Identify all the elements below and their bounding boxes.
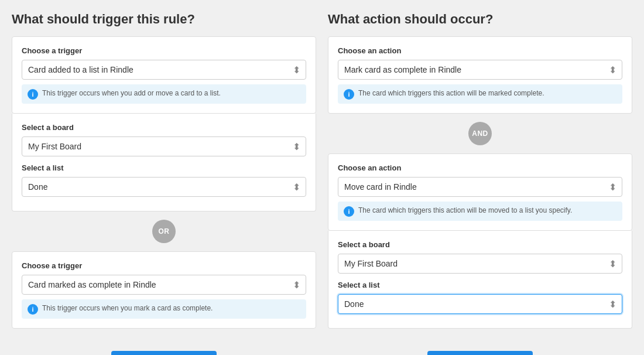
- right-list-section: Select a list Done In Progress To Do ⬍: [338, 281, 622, 314]
- trigger1-info-row: i This trigger occurs when you add or mo…: [22, 84, 306, 104]
- trigger1-board-card: Select a board My First Board ⬍ Select a…: [12, 114, 316, 211]
- right-board-select-wrapper: My First Board ⬍: [338, 254, 622, 274]
- trigger1-card: Choose a trigger Card added to a list in…: [12, 36, 316, 114]
- action1-select-wrapper: Mark card as complete in Rindle Move car…: [338, 60, 622, 80]
- action2-info-icon: i: [344, 206, 354, 217]
- action1-info-text: The card which triggers this action will…: [358, 88, 544, 98]
- trigger1-choose-label: Choose a trigger: [22, 46, 306, 55]
- right-board-section: Select a board My First Board ⬍: [338, 240, 622, 274]
- action1-choose-label: Choose an action: [338, 46, 622, 55]
- and-badge: AND: [468, 122, 492, 145]
- right-list-select-wrapper: Done In Progress To Do ⬍: [338, 294, 622, 314]
- trigger2-info-icon: i: [28, 304, 38, 315]
- action2-choose-label: Choose an action: [338, 163, 622, 172]
- trigger2-card: Choose a trigger Card added to a list in…: [12, 251, 316, 329]
- action2-select-wrapper: Mark card as complete in Rindle Move car…: [338, 177, 622, 197]
- trigger2-info-row: i This trigger occurs when you mark a ca…: [22, 299, 306, 319]
- action2-card: Choose an action Mark card as complete i…: [328, 153, 632, 231]
- action2-board-card: Select a board My First Board ⬍ Select a…: [328, 231, 632, 329]
- list-section: Select a list Done In Progress To Do ⬍: [22, 163, 306, 197]
- action2-select[interactable]: Mark card as complete in Rindle Move car…: [338, 177, 622, 197]
- action1-info-row: i The card which triggers this action wi…: [338, 84, 622, 104]
- action2-info-text: The card which triggers this action will…: [358, 206, 572, 216]
- trigger2-select[interactable]: Card added to a list in Rindle Card mark…: [22, 275, 306, 295]
- right-column: What action should occur? Choose an acti…: [328, 12, 632, 355]
- right-list-select[interactable]: Done In Progress To Do: [338, 294, 622, 314]
- right-board-select[interactable]: My First Board: [338, 254, 622, 274]
- or-badge: OR: [152, 220, 176, 243]
- left-column: What should trigger this rule? Choose a …: [12, 12, 316, 355]
- board-label: Select a board: [22, 123, 306, 132]
- action2-info-row: i The card which triggers this action wi…: [338, 202, 622, 221]
- board-section: Select a board My First Board ⬍: [22, 123, 306, 156]
- trigger2-choose-label: Choose a trigger: [22, 261, 306, 270]
- action1-select[interactable]: Mark card as complete in Rindle Move car…: [338, 60, 622, 80]
- left-title: What should trigger this rule?: [12, 12, 316, 27]
- or-divider: OR: [12, 220, 316, 243]
- add-action-button[interactable]: Add another action: [427, 351, 533, 355]
- board-select-wrapper: My First Board ⬍: [22, 136, 306, 156]
- list-select-wrapper: Done In Progress To Do ⬍: [22, 177, 306, 197]
- right-list-label: Select a list: [338, 281, 622, 289]
- right-board-label: Select a board: [338, 240, 622, 249]
- action1-info-icon: i: [344, 89, 354, 100]
- right-title: What action should occur?: [328, 12, 632, 27]
- add-trigger-button[interactable]: Add another trigger: [111, 351, 217, 355]
- list-select[interactable]: Done In Progress To Do: [22, 177, 306, 197]
- trigger1-select-wrapper: Card added to a list in Rindle Card mark…: [22, 60, 306, 80]
- trigger1-select[interactable]: Card added to a list in Rindle Card mark…: [22, 60, 306, 80]
- trigger2-select-wrapper: Card added to a list in Rindle Card mark…: [22, 275, 306, 295]
- trigger1-info-icon: i: [28, 89, 38, 100]
- trigger1-info-text: This trigger occurs when you add or move…: [42, 88, 221, 98]
- list-label: Select a list: [22, 163, 306, 172]
- action1-card: Choose an action Mark card as complete i…: [328, 36, 632, 114]
- trigger2-info-text: This trigger occurs when you mark a card…: [42, 303, 213, 313]
- board-select[interactable]: My First Board: [22, 136, 306, 156]
- and-divider: AND: [328, 122, 632, 145]
